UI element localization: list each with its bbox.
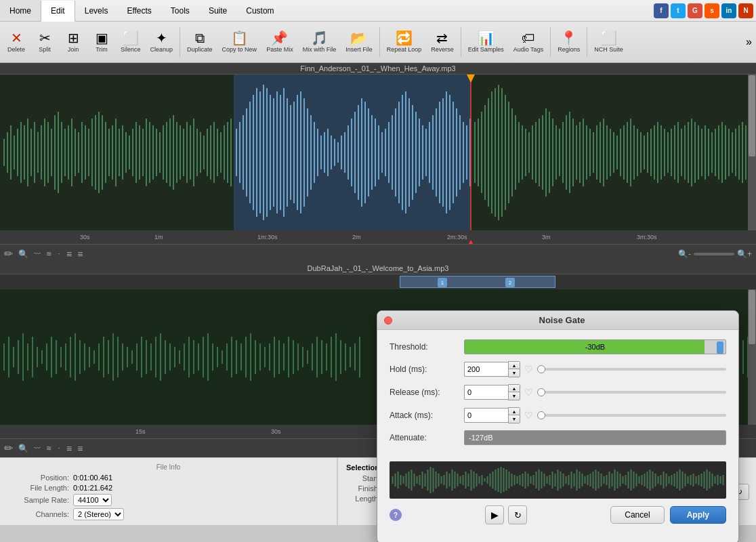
linkedin-icon[interactable]: in [721,3,736,18]
attack-input[interactable] [464,408,508,423]
svg-rect-77 [263,85,264,220]
zoom-plus-icon[interactable]: 🔍+ [737,249,752,259]
dialog-close-button[interactable] [384,316,392,325]
svg-rect-484 [709,472,711,488]
track2-pencil-icon[interactable]: ✏ [4,442,13,455]
hold-input[interactable] [464,362,508,377]
svg-rect-286 [307,350,308,364]
track2-zoom-icon[interactable]: 🔍 [18,444,28,453]
menu-home[interactable]: Home [0,0,41,21]
audio-tags-button[interactable]: 🏷Audio Tags [509,30,547,54]
svg-rect-399 [479,476,480,484]
insert-file-button[interactable]: 📂Insert File [341,30,377,54]
twitter-icon[interactable]: t [671,3,686,18]
release-spin-up[interactable]: ▲ [509,385,520,392]
svg-rect-262 [193,340,194,374]
svg-rect-422 [541,472,543,488]
hold-slider[interactable] [537,368,726,371]
reverse-button[interactable]: ⇄Reverse [427,30,458,54]
release-slider-thumb[interactable] [537,388,545,396]
menu-levels[interactable]: Levels [75,0,118,21]
attack-spin-up[interactable]: ▲ [509,408,520,415]
soundcloud-icon[interactable]: s [705,3,719,18]
menu-effects[interactable]: Effects [117,0,161,21]
wave-icon[interactable]: 〰 [34,250,41,257]
attack-slider-thumb[interactable] [537,411,545,419]
threshold-bar[interactable]: -30dB [464,339,726,354]
attack-spin-down[interactable]: ▼ [509,415,520,423]
hold-spin-down[interactable]: ▼ [509,369,520,377]
zoom-in-icon[interactable]: 🔍 [18,249,28,259]
track2-align2-icon[interactable]: ≡ [77,443,83,454]
svg-rect-232 [51,337,52,377]
svg-rect-76 [259,91,261,213]
svg-rect-376 [417,476,418,484]
attack-heart-icon[interactable]: ♡ [524,410,533,421]
svg-rect-88 [300,91,301,213]
duplicate-button[interactable]: ⧉Duplicate [183,30,217,54]
menu-custom[interactable]: Custom [236,0,283,21]
svg-rect-45 [152,125,154,180]
split-button[interactable]: ✂Split [31,30,58,54]
zoom-slider[interactable] [694,253,734,255]
google-icon[interactable]: G [688,3,702,18]
regions-button[interactable]: 📍Regions [553,30,584,54]
nch-icon[interactable]: N [738,3,753,18]
channels-select[interactable]: 2 (Stereo) [73,508,124,520]
expand-icon[interactable]: » [744,35,753,49]
silence-button[interactable]: ⬜Silence [117,30,145,54]
samplerate-select[interactable]: 44100 [73,494,112,506]
repeat-loop-button[interactable]: 🔁Repeat Loop [383,30,426,54]
threshold-handle[interactable] [717,341,723,354]
hold-slider-thumb[interactable] [537,365,545,373]
mix-with-file-button[interactable]: 🎵Mix with File [299,30,341,54]
svg-rect-172 [586,125,587,180]
align-right-icon[interactable]: ≡ [77,249,83,259]
dialog-refresh-button[interactable]: ↻ [508,505,527,524]
attenuate-bar[interactable]: -127dB [464,430,726,445]
svg-rect-384 [438,474,440,486]
wave2-icon[interactable]: ≋ [46,250,51,257]
cleanup-button[interactable]: ✦Cleanup [146,30,177,54]
pencil-icon[interactable]: ✏ [4,247,13,260]
edit-samples-button[interactable]: 📊Edit Samples [464,30,508,54]
align-left-icon[interactable]: ≡ [66,249,72,259]
svg-rect-49 [166,122,167,183]
trim-button[interactable]: ▣Trim [88,30,115,54]
track2-scrollbar[interactable] [748,289,756,425]
hold-spin-up[interactable]: ▲ [509,362,520,369]
menu-tools[interactable]: Tools [161,0,199,21]
dialog-play-button[interactable]: ▶ [485,505,504,524]
zoom-minus-icon[interactable]: 🔍- [678,249,691,259]
hold-heart-icon[interactable]: ♡ [524,364,533,375]
attack-slider[interactable] [537,414,726,417]
release-slider[interactable] [537,391,726,394]
release-spin-down[interactable]: ▼ [509,392,520,400]
track2-wave1-icon[interactable]: 〰 [34,444,41,452]
track1-scrollbar[interactable] [748,75,756,230]
release-input[interactable] [464,385,508,400]
facebook-icon[interactable]: f [654,3,669,18]
svg-rect-455 [631,470,632,491]
action-bar: ✕Delete ✂Split ⊞Join ▣Trim ⬜Silence ✦Cle… [0,22,756,62]
apply-button[interactable]: Apply [670,506,726,524]
release-heart-icon[interactable]: ♡ [524,387,533,398]
menu-edit[interactable]: Edit [41,1,75,22]
svg-rect-429 [560,472,562,488]
menu-suite[interactable]: Suite [199,0,236,21]
help-button[interactable]: ? [390,509,402,521]
file-info-title: File Info [8,463,329,471]
cancel-button[interactable]: Cancel [610,506,664,524]
wave3-icon[interactable]: ⬝ [57,250,61,257]
track2-wave3-icon[interactable]: ⬝ [57,444,61,452]
track2-align-icon[interactable]: ≡ [66,443,72,454]
paste-mix-button[interactable]: 📌Paste Mix [262,30,297,54]
svg-rect-403 [490,474,491,486]
join-button[interactable]: ⊞Join [60,30,87,54]
copy-to-new-button[interactable]: 📋Copy to New [218,30,261,54]
track2-wave2-icon[interactable]: ≋ [46,444,51,452]
svg-rect-84 [287,98,288,207]
nch-suite-button[interactable]: ⬜NCH Suite [590,30,627,54]
svg-rect-206 [701,129,702,176]
delete-button[interactable]: ✕Delete [3,30,30,54]
